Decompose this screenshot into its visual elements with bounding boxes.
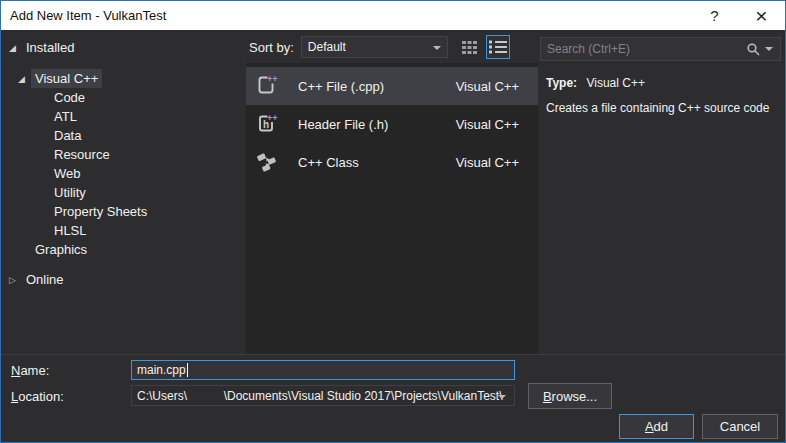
template-category: Visual C++ (456, 117, 519, 132)
sidebar-item-visual-cpp[interactable]: ◢ Visual C++ (1, 69, 246, 88)
details-panel: Search (Ctrl+E) Type: Visual C++ Creates… (538, 31, 785, 354)
sidebar-item-label: Visual C++ (31, 69, 102, 88)
search-options-chevron-icon[interactable] (765, 47, 773, 51)
medium-icons-view-button[interactable] (459, 36, 481, 58)
sidebar-item-resource[interactable]: Resource (1, 145, 246, 164)
tree-collapsed-icon[interactable]: ▷ (9, 275, 22, 285)
sidebar-item-label: Utility (50, 183, 90, 202)
type-label: Type: (546, 76, 577, 90)
category-tree: ◢ Installed ◢ Visual C++ Code ATL Data R… (1, 31, 246, 354)
sort-by-label: Sort by: (249, 40, 294, 55)
sidebar-item-label: ATL (50, 107, 81, 126)
cpp-class-icon (255, 150, 279, 174)
search-input[interactable]: Search (Ctrl+E) (540, 37, 781, 61)
template-name: C++ File (.cpp) (298, 79, 456, 94)
sidebar-item-code[interactable]: Code (1, 88, 246, 107)
browse-button-label: Browse... (543, 389, 597, 404)
template-list: ++ C++ File (.cpp) Visual C++ h ++ Heade… (246, 63, 538, 354)
close-button[interactable]: × (738, 1, 785, 30)
sidebar-item-utility[interactable]: Utility (1, 183, 246, 202)
svg-text:++: ++ (267, 74, 278, 84)
sidebar-item-label: Resource (50, 145, 114, 164)
sidebar-item-data[interactable]: Data (1, 126, 246, 145)
location-value: C:\Users\ \Documents\Visual Studio 2017\… (137, 389, 503, 403)
sidebar-item-atl[interactable]: ATL (1, 107, 246, 126)
sidebar-item-online[interactable]: ▷ Online (1, 270, 246, 289)
sidebar-item-hlsl[interactable]: HLSL (1, 221, 246, 240)
sidebar-item-label: Graphics (31, 240, 91, 259)
close-icon: × (755, 4, 767, 28)
browse-button[interactable]: Browse... (528, 383, 612, 409)
template-row-header-file[interactable]: h ++ Header File (.h) Visual C++ (246, 105, 538, 143)
sidebar-item-label: Installed (22, 38, 78, 57)
sidebar-item-label: Code (50, 88, 89, 107)
template-row-cpp-class[interactable]: C++ Class Visual C++ (246, 143, 538, 181)
location-label: Location: (11, 389, 64, 404)
name-value: main.cpp (137, 363, 186, 377)
sort-dropdown[interactable]: Default (301, 36, 448, 58)
search-icon (746, 42, 761, 57)
template-type-row: Type: Visual C++ (546, 76, 645, 90)
type-value: Visual C++ (586, 76, 644, 90)
sort-dropdown-value: Default (308, 40, 346, 54)
sidebar-item-graphics[interactable]: Graphics (1, 240, 246, 259)
add-button[interactable]: Add (619, 414, 694, 439)
template-name: C++ Class (298, 155, 456, 170)
help-icon: ? (710, 7, 718, 24)
tree-expanded-icon[interactable]: ◢ (18, 74, 31, 84)
cpp-file-icon: ++ (255, 74, 279, 98)
name-input[interactable]: main.cpp (131, 360, 515, 380)
add-button-label: Add (645, 419, 668, 434)
title-bar: Add New Item - VulkanTest ? × (1, 1, 785, 30)
svg-text:++: ++ (267, 113, 278, 123)
cancel-button-label: Cancel (720, 419, 760, 434)
sidebar-item-web[interactable]: Web (1, 164, 246, 183)
sidebar-item-label: Online (22, 270, 68, 289)
footer: Name: main.cpp Location: C:\Users\ \Docu… (1, 354, 785, 442)
name-label: Name: (11, 363, 49, 378)
header-file-icon: h ++ (255, 112, 279, 136)
chevron-down-icon[interactable] (498, 395, 506, 399)
list-view-button[interactable] (486, 35, 510, 59)
cancel-button[interactable]: Cancel (702, 414, 778, 439)
list-view-icon (488, 39, 508, 55)
sidebar-item-label: Web (50, 164, 85, 183)
template-name: Header File (.h) (298, 117, 456, 132)
add-new-item-dialog: Add New Item - VulkanTest ? × ◢ Installe… (0, 0, 786, 443)
location-combobox[interactable]: C:\Users\ \Documents\Visual Studio 2017\… (131, 385, 515, 406)
sidebar-item-label: HLSL (50, 221, 91, 240)
window-title: Add New Item - VulkanTest (1, 8, 691, 23)
help-button[interactable]: ? (691, 1, 738, 30)
grid-view-icon (462, 40, 477, 55)
chevron-down-icon (433, 46, 441, 50)
search-placeholder: Search (Ctrl+E) (541, 42, 746, 56)
template-category: Visual C++ (456, 79, 519, 94)
sidebar-item-label: Data (50, 126, 85, 145)
sidebar-item-property-sheets[interactable]: Property Sheets (1, 202, 246, 221)
sort-bar: Sort by: Default (246, 31, 538, 63)
template-row-cpp-file[interactable]: ++ C++ File (.cpp) Visual C++ (246, 67, 538, 105)
sidebar-item-installed[interactable]: ◢ Installed (1, 38, 246, 57)
text-caret (187, 363, 188, 377)
template-description: Creates a file containing C++ source cod… (546, 101, 769, 115)
tree-expanded-icon[interactable]: ◢ (9, 43, 22, 53)
template-category: Visual C++ (456, 155, 519, 170)
sidebar-item-label: Property Sheets (50, 202, 151, 221)
